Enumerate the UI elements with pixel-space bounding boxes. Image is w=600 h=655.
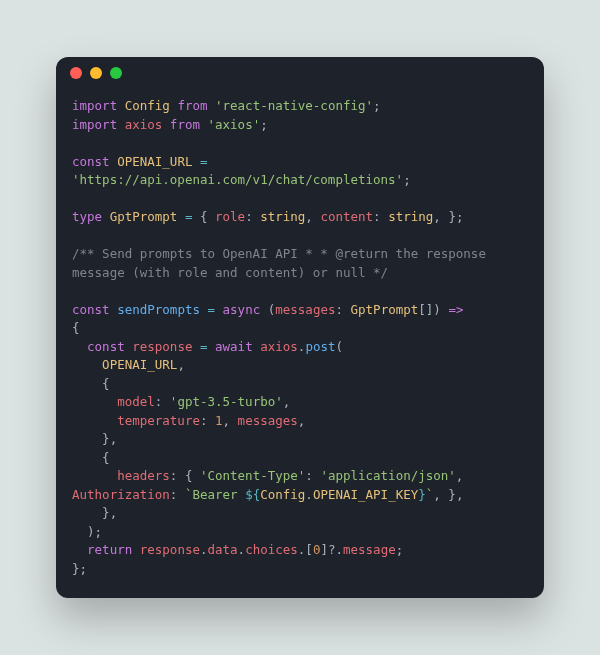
type: string xyxy=(260,209,305,224)
property: message xyxy=(343,542,396,557)
punct: ; xyxy=(403,172,411,187)
param: messages xyxy=(275,302,335,317)
arrow: => xyxy=(448,302,463,317)
punct: : xyxy=(305,468,313,483)
window-titlebar xyxy=(56,57,544,89)
maximize-icon[interactable] xyxy=(110,67,122,79)
indent xyxy=(72,542,87,557)
indent xyxy=(72,394,117,409)
punct: , xyxy=(456,487,464,502)
punct: : xyxy=(155,394,163,409)
punct: , xyxy=(433,209,441,224)
object: axios xyxy=(260,339,298,354)
indent xyxy=(72,505,102,520)
keyword-import: import xyxy=(72,117,117,132)
punct: ; xyxy=(80,561,88,576)
operator: = xyxy=(200,154,208,169)
operator: = xyxy=(208,302,216,317)
keyword-return: return xyxy=(87,542,132,557)
keyword-async: async xyxy=(223,302,261,317)
function-name: sendPrompts xyxy=(117,302,200,317)
punct: , xyxy=(110,505,118,520)
keyword-const: const xyxy=(72,302,110,317)
string: 'react-native-config' xyxy=(215,98,373,113)
code-block: import Config from 'react-native-config'… xyxy=(56,89,544,598)
string: 'gpt-3.5-turbo' xyxy=(170,394,283,409)
comment: /** Send prompts to OpenAI API * * @retu… xyxy=(72,246,493,280)
operator: = xyxy=(185,209,193,224)
type-name: GptPrompt xyxy=(110,209,178,224)
punct: . xyxy=(305,487,313,502)
punct: , xyxy=(283,394,291,409)
punct: ) xyxy=(433,302,441,317)
property: choices xyxy=(245,542,298,557)
punct: { xyxy=(185,468,193,483)
punct: } xyxy=(72,561,80,576)
indent xyxy=(72,468,117,483)
punct: : xyxy=(170,468,178,483)
punct: : xyxy=(335,302,343,317)
property: headers xyxy=(117,468,170,483)
property: OPENAI_API_KEY xyxy=(313,487,418,502)
object: Config xyxy=(260,487,305,502)
keyword-const: const xyxy=(72,154,110,169)
indent xyxy=(72,431,102,446)
identifier: OPENAI_URL xyxy=(117,154,192,169)
identifier: Config xyxy=(125,98,170,113)
string: 'application/json' xyxy=(320,468,455,483)
identifier: response xyxy=(140,542,200,557)
identifier: OPENAI_URL xyxy=(102,357,177,372)
punct: , xyxy=(177,357,185,372)
punct: { xyxy=(102,450,110,465)
punct: ; xyxy=(260,117,268,132)
punct: ; xyxy=(373,98,381,113)
punct: ; xyxy=(396,542,404,557)
punct: , xyxy=(298,413,306,428)
keyword-await: await xyxy=(215,339,253,354)
template-string: `Bearer xyxy=(185,487,245,502)
property: messages xyxy=(238,413,298,428)
punct: , xyxy=(305,209,313,224)
keyword-const: const xyxy=(87,339,125,354)
punct: [ xyxy=(305,542,313,557)
punct: . xyxy=(200,542,208,557)
indent xyxy=(72,339,87,354)
punct: ( xyxy=(336,339,344,354)
close-icon[interactable] xyxy=(70,67,82,79)
punct: } xyxy=(102,505,110,520)
indent xyxy=(72,524,87,539)
punct: . xyxy=(238,542,246,557)
code-window: import Config from 'react-native-config'… xyxy=(56,57,544,598)
punct: ] xyxy=(320,542,328,557)
string: 'https://api.openai.com/v1/chat/completi… xyxy=(72,172,403,187)
punct: { xyxy=(72,320,80,335)
template-expr-open: ${ xyxy=(245,487,260,502)
string: 'Content-Type' xyxy=(200,468,305,483)
minimize-icon[interactable] xyxy=(90,67,102,79)
indent xyxy=(72,357,102,372)
punct: } xyxy=(448,209,456,224)
method: post xyxy=(305,339,335,354)
type: string xyxy=(388,209,433,224)
identifier: response xyxy=(132,339,192,354)
keyword-type: type xyxy=(72,209,102,224)
punct: : xyxy=(200,413,208,428)
punct: [] xyxy=(418,302,433,317)
punct: ) xyxy=(87,524,95,539)
punct: } xyxy=(102,431,110,446)
punct: , xyxy=(456,468,464,483)
punct: ; xyxy=(95,524,103,539)
punct: , xyxy=(433,487,441,502)
punct: : xyxy=(245,209,253,224)
indent xyxy=(72,376,102,391)
property: model xyxy=(117,394,155,409)
punct: { xyxy=(102,376,110,391)
property: Authorization xyxy=(72,487,170,502)
punct: , xyxy=(110,431,118,446)
keyword-import: import xyxy=(72,98,117,113)
keyword-from: from xyxy=(177,98,207,113)
punct: } xyxy=(448,487,456,502)
punct: { xyxy=(200,209,208,224)
number: 1 xyxy=(215,413,223,428)
indent xyxy=(72,413,117,428)
